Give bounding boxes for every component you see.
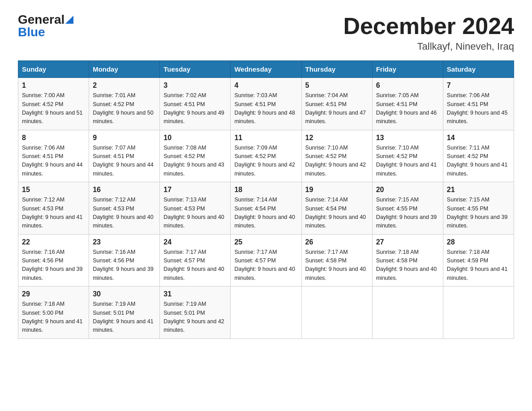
calendar-week-row: 15 Sunrise: 7:12 AM Sunset: 4:53 PM Dayl… (18, 182, 514, 235)
day-number: 11 (234, 134, 297, 142)
calendar-day-cell: 7 Sunrise: 7:06 AM Sunset: 4:51 PM Dayli… (443, 78, 514, 130)
day-detail: Sunrise: 7:14 AM Sunset: 4:54 PM Dayligh… (234, 196, 297, 231)
calendar-day-cell: 27 Sunrise: 7:18 AM Sunset: 4:58 PM Dayl… (372, 234, 443, 287)
day-number: 19 (305, 186, 369, 194)
day-detail: Sunrise: 7:16 AM Sunset: 4:56 PM Dayligh… (93, 248, 156, 283)
day-number: 29 (22, 290, 85, 298)
calendar-day-header: Friday (372, 61, 443, 78)
day-number: 12 (305, 134, 369, 142)
day-detail: Sunrise: 7:09 AM Sunset: 4:52 PM Dayligh… (234, 144, 297, 179)
day-detail: Sunrise: 7:18 AM Sunset: 5:00 PM Dayligh… (22, 300, 85, 335)
calendar-day-cell: 29 Sunrise: 7:18 AM Sunset: 5:00 PM Dayl… (18, 287, 89, 339)
calendar-day-cell: 15 Sunrise: 7:12 AM Sunset: 4:53 PM Dayl… (18, 182, 89, 235)
day-detail: Sunrise: 7:06 AM Sunset: 4:51 PM Dayligh… (22, 144, 85, 179)
title-area: December 2024 Tallkayf, Nineveh, Iraq (343, 13, 514, 52)
location-title: Tallkayf, Nineveh, Iraq (343, 41, 514, 52)
calendar-day-cell: 21 Sunrise: 7:15 AM Sunset: 4:55 PM Dayl… (443, 182, 514, 235)
day-detail: Sunrise: 7:17 AM Sunset: 4:57 PM Dayligh… (163, 248, 227, 283)
day-detail: Sunrise: 7:13 AM Sunset: 4:53 PM Dayligh… (163, 196, 227, 231)
day-number: 16 (93, 186, 156, 194)
calendar-day-cell: 22 Sunrise: 7:16 AM Sunset: 4:56 PM Dayl… (18, 234, 89, 287)
calendar-day-cell: 8 Sunrise: 7:06 AM Sunset: 4:51 PM Dayli… (18, 130, 89, 182)
day-detail: Sunrise: 7:12 AM Sunset: 4:53 PM Dayligh… (93, 196, 156, 231)
day-number: 23 (93, 238, 156, 246)
day-number: 1 (22, 81, 85, 90)
day-detail: Sunrise: 7:17 AM Sunset: 4:57 PM Dayligh… (234, 248, 297, 283)
day-detail: Sunrise: 7:16 AM Sunset: 4:56 PM Dayligh… (22, 248, 85, 283)
calendar-day-cell: 30 Sunrise: 7:19 AM Sunset: 5:01 PM Dayl… (89, 287, 160, 339)
calendar-day-cell: 26 Sunrise: 7:17 AM Sunset: 4:58 PM Dayl… (301, 234, 372, 287)
day-detail: Sunrise: 7:12 AM Sunset: 4:53 PM Dayligh… (22, 196, 85, 231)
calendar-day-cell: 12 Sunrise: 7:10 AM Sunset: 4:52 PM Dayl… (301, 130, 372, 182)
day-number: 13 (376, 134, 439, 142)
calendar-day-cell (443, 287, 514, 339)
calendar-week-row: 22 Sunrise: 7:16 AM Sunset: 4:56 PM Dayl… (18, 234, 514, 287)
day-number: 18 (234, 186, 297, 194)
calendar-day-cell: 4 Sunrise: 7:03 AM Sunset: 4:51 PM Dayli… (231, 78, 301, 130)
day-number: 2 (93, 81, 156, 90)
calendar-day-cell (301, 287, 372, 339)
calendar-day-cell: 1 Sunrise: 7:00 AM Sunset: 4:52 PM Dayli… (18, 78, 89, 130)
logo-blue-text: Blue (18, 26, 45, 39)
day-number: 5 (305, 81, 369, 90)
calendar-day-cell: 18 Sunrise: 7:14 AM Sunset: 4:54 PM Dayl… (231, 182, 301, 235)
calendar-day-cell: 16 Sunrise: 7:12 AM Sunset: 4:53 PM Dayl… (89, 182, 160, 235)
day-number: 6 (376, 81, 439, 90)
calendar-day-header: Saturday (443, 61, 514, 78)
day-number: 27 (376, 238, 439, 246)
calendar-day-header: Monday (89, 61, 160, 78)
calendar-day-cell: 2 Sunrise: 7:01 AM Sunset: 4:52 PM Dayli… (89, 78, 160, 130)
day-detail: Sunrise: 7:05 AM Sunset: 4:51 PM Dayligh… (376, 91, 439, 126)
calendar-week-row: 8 Sunrise: 7:06 AM Sunset: 4:51 PM Dayli… (18, 130, 514, 182)
day-detail: Sunrise: 7:02 AM Sunset: 4:51 PM Dayligh… (163, 91, 227, 126)
calendar-day-cell: 5 Sunrise: 7:04 AM Sunset: 4:51 PM Dayli… (301, 78, 372, 130)
page-header: General Blue December 2024 Tallkayf, Nin… (18, 13, 514, 52)
day-detail: Sunrise: 7:10 AM Sunset: 4:52 PM Dayligh… (305, 144, 369, 179)
calendar-day-cell: 28 Sunrise: 7:18 AM Sunset: 4:59 PM Dayl… (443, 234, 514, 287)
day-detail: Sunrise: 7:14 AM Sunset: 4:54 PM Dayligh… (305, 196, 369, 231)
calendar-table: SundayMondayTuesdayWednesdayThursdayFrid… (18, 60, 514, 339)
calendar-day-cell (231, 287, 301, 339)
day-detail: Sunrise: 7:18 AM Sunset: 4:59 PM Dayligh… (447, 248, 510, 283)
day-detail: Sunrise: 7:06 AM Sunset: 4:51 PM Dayligh… (447, 91, 510, 126)
calendar-header-row: SundayMondayTuesdayWednesdayThursdayFrid… (18, 61, 514, 78)
calendar-day-cell: 17 Sunrise: 7:13 AM Sunset: 4:53 PM Dayl… (160, 182, 231, 235)
day-number: 22 (22, 238, 85, 246)
day-number: 24 (163, 238, 227, 246)
day-detail: Sunrise: 7:19 AM Sunset: 5:01 PM Dayligh… (163, 300, 227, 335)
calendar-day-cell: 13 Sunrise: 7:10 AM Sunset: 4:52 PM Dayl… (372, 130, 443, 182)
day-detail: Sunrise: 7:01 AM Sunset: 4:52 PM Dayligh… (93, 91, 156, 126)
logo-general-text: General (18, 13, 64, 26)
svg-marker-0 (65, 16, 73, 24)
day-detail: Sunrise: 7:15 AM Sunset: 4:55 PM Dayligh… (447, 196, 510, 231)
calendar-day-cell (372, 287, 443, 339)
day-number: 9 (93, 134, 156, 142)
day-detail: Sunrise: 7:18 AM Sunset: 4:58 PM Dayligh… (376, 248, 439, 283)
day-detail: Sunrise: 7:15 AM Sunset: 4:55 PM Dayligh… (376, 196, 439, 231)
calendar-day-cell: 24 Sunrise: 7:17 AM Sunset: 4:57 PM Dayl… (160, 234, 231, 287)
day-detail: Sunrise: 7:19 AM Sunset: 5:01 PM Dayligh… (93, 300, 156, 335)
day-number: 15 (22, 186, 85, 194)
day-detail: Sunrise: 7:10 AM Sunset: 4:52 PM Dayligh… (376, 144, 439, 179)
day-number: 17 (163, 186, 227, 194)
day-detail: Sunrise: 7:00 AM Sunset: 4:52 PM Dayligh… (22, 91, 85, 126)
day-number: 10 (163, 134, 227, 142)
day-detail: Sunrise: 7:07 AM Sunset: 4:51 PM Dayligh… (93, 144, 156, 179)
calendar-day-header: Thursday (301, 61, 372, 78)
calendar-body: 1 Sunrise: 7:00 AM Sunset: 4:52 PM Dayli… (18, 78, 514, 339)
calendar-day-cell: 9 Sunrise: 7:07 AM Sunset: 4:51 PM Dayli… (89, 130, 160, 182)
day-number: 3 (163, 81, 227, 90)
calendar-day-header: Sunday (18, 61, 89, 78)
day-number: 26 (305, 238, 369, 246)
day-detail: Sunrise: 7:11 AM Sunset: 4:52 PM Dayligh… (447, 144, 510, 179)
day-detail: Sunrise: 7:03 AM Sunset: 4:51 PM Dayligh… (234, 91, 297, 126)
day-number: 30 (93, 290, 156, 298)
day-number: 31 (163, 290, 227, 298)
logo: General Blue (18, 13, 73, 39)
calendar-day-cell: 6 Sunrise: 7:05 AM Sunset: 4:51 PM Dayli… (372, 78, 443, 130)
day-detail: Sunrise: 7:04 AM Sunset: 4:51 PM Dayligh… (305, 91, 369, 126)
calendar-day-cell: 19 Sunrise: 7:14 AM Sunset: 4:54 PM Dayl… (301, 182, 372, 235)
calendar-day-cell: 23 Sunrise: 7:16 AM Sunset: 4:56 PM Dayl… (89, 234, 160, 287)
month-title: December 2024 (343, 13, 514, 39)
day-number: 20 (376, 186, 439, 194)
